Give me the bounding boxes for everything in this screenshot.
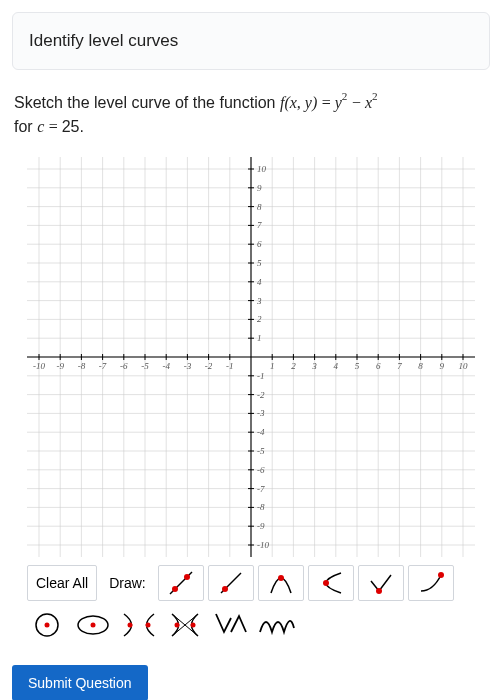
svg-point-129: [172, 586, 178, 592]
curve-end-tool[interactable]: [408, 565, 454, 601]
svg-text:6: 6: [257, 240, 262, 250]
svg-point-136: [438, 572, 444, 578]
svg-point-133: [278, 575, 284, 581]
svg-text:2: 2: [257, 315, 262, 325]
parabola-vertical-tool[interactable]: [258, 565, 304, 601]
svg-text:8: 8: [418, 361, 423, 371]
prompt-text-2: for: [14, 118, 37, 135]
svg-text:1: 1: [270, 361, 275, 371]
ellipse-tool[interactable]: [73, 607, 113, 643]
svg-text:-3: -3: [257, 409, 265, 419]
wave-icon: [258, 610, 296, 640]
svg-text:-1: -1: [226, 361, 234, 371]
angle-tool[interactable]: [358, 565, 404, 601]
check-angle-icon: [367, 569, 395, 597]
line-points-icon: [167, 569, 195, 597]
absolute-value-inverse-tool[interactable]: [211, 607, 251, 643]
svg-text:-7: -7: [99, 361, 107, 371]
svg-text:-8: -8: [78, 361, 86, 371]
ray-icon: [217, 569, 245, 597]
svg-text:4: 4: [257, 277, 262, 287]
svg-text:-8: -8: [257, 503, 265, 513]
svg-point-145: [175, 623, 180, 628]
parabola-down-icon: [267, 569, 295, 597]
svg-text:-7: -7: [257, 484, 265, 494]
question-title: Identify level curves: [29, 31, 178, 50]
clear-all-button[interactable]: Clear All: [27, 565, 97, 601]
x-shape-icon: [120, 610, 158, 640]
svg-text:-6: -6: [120, 361, 128, 371]
submit-label: Submit Question: [28, 675, 132, 691]
equals-2: =: [49, 118, 62, 135]
hyperbola-x-tool[interactable]: [119, 607, 159, 643]
svg-text:2: 2: [291, 361, 296, 371]
svg-text:3: 3: [256, 296, 262, 306]
coordinate-grid[interactable]: -10-9-8-7-6-5-4-3-2-112345678910 1098765…: [27, 157, 475, 557]
curve-dot-icon: [417, 569, 445, 597]
svg-point-146: [191, 623, 196, 628]
c-lhs: c: [37, 118, 44, 135]
draw-label: Draw:: [101, 565, 154, 601]
sup-y: 2: [342, 90, 348, 102]
svg-text:-5: -5: [257, 446, 265, 456]
svg-text:1: 1: [257, 334, 262, 344]
svg-text:-9: -9: [257, 522, 265, 532]
svg-point-132: [222, 586, 228, 592]
svg-text:5: 5: [257, 258, 262, 268]
svg-text:-6: -6: [257, 465, 265, 475]
svg-text:6: 6: [376, 361, 381, 371]
svg-point-142: [146, 623, 151, 628]
function-lhs: f(x, y): [280, 94, 317, 111]
wave-tool[interactable]: [257, 607, 297, 643]
clear-all-label: Clear All: [36, 575, 88, 591]
svg-text:-5: -5: [141, 361, 149, 371]
svg-text:4: 4: [334, 361, 339, 371]
svg-point-134: [323, 580, 329, 586]
svg-text:9: 9: [257, 183, 262, 193]
minus: −: [352, 94, 365, 111]
svg-point-141: [128, 623, 133, 628]
svg-text:-10: -10: [257, 540, 269, 550]
shape-toolbar: [27, 607, 475, 643]
draw-toolbar: Clear All Draw:: [27, 565, 475, 601]
question-header-card: Identify level curves: [12, 12, 490, 70]
line-through-points-tool[interactable]: [158, 565, 204, 601]
svg-point-138: [45, 623, 50, 628]
svg-text:-1: -1: [257, 371, 265, 381]
svg-text:3: 3: [311, 361, 317, 371]
parabola-horizontal-tool[interactable]: [308, 565, 354, 601]
parabola-left-icon: [317, 569, 345, 597]
prompt-text-1: Sketch the level curve of the function: [14, 94, 280, 111]
svg-text:9: 9: [440, 361, 445, 371]
equals-1: =: [322, 94, 335, 111]
svg-text:-4: -4: [162, 361, 170, 371]
svg-point-135: [376, 588, 382, 594]
hyperbola-star-tool[interactable]: [165, 607, 205, 643]
svg-text:10: 10: [257, 164, 267, 174]
svg-text:-3: -3: [184, 361, 192, 371]
svg-text:-9: -9: [56, 361, 64, 371]
svg-text:-10: -10: [33, 361, 45, 371]
submit-question-button[interactable]: Submit Question: [12, 665, 148, 700]
svg-text:7: 7: [397, 361, 402, 371]
ray-tool[interactable]: [208, 565, 254, 601]
term-y: y: [335, 94, 342, 111]
draw-label-text: Draw:: [109, 575, 146, 591]
sup-x: 2: [372, 90, 378, 102]
period: .: [80, 118, 84, 135]
svg-text:7: 7: [257, 221, 262, 231]
graph-panel: -10-9-8-7-6-5-4-3-2-112345678910 1098765…: [27, 157, 475, 643]
svg-point-140: [91, 623, 96, 628]
x-star-icon: [166, 610, 204, 640]
svg-text:8: 8: [257, 202, 262, 212]
svg-text:5: 5: [355, 361, 360, 371]
term-x: x: [365, 94, 372, 111]
circle-dot-icon: [28, 610, 66, 640]
svg-point-130: [184, 574, 190, 580]
ellipse-icon: [74, 610, 112, 640]
svg-text:-2: -2: [257, 390, 265, 400]
vv-inverse-icon: [212, 610, 250, 640]
svg-text:-4: -4: [257, 428, 265, 438]
question-prompt: Sketch the level curve of the function f…: [14, 90, 488, 139]
circle-point-tool[interactable]: [27, 607, 67, 643]
